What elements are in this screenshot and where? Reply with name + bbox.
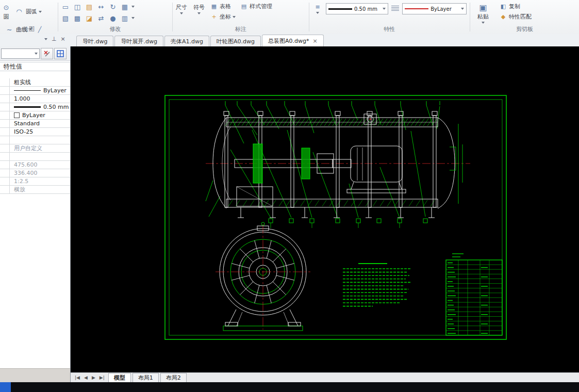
chevron-down-icon (482, 22, 485, 24)
color-select[interactable]: ByLayer (402, 3, 467, 14)
erase-tool-icon[interactable]: ▭ (60, 2, 71, 11)
assembly-side-view (206, 111, 470, 218)
fillet-tool-icon[interactable]: ● (108, 13, 118, 23)
circle-icon: ⊙ (2, 3, 10, 12)
table-tool-button[interactable]: ▦ 表格 (208, 2, 238, 11)
panel-dock-controls: ⊥ × (44, 36, 65, 42)
cad-drawing (71, 46, 579, 372)
match-properties-icon: ◆ (499, 13, 507, 21)
property-row-ratio[interactable]: 1:2.5 (0, 177, 70, 186)
hamburger-icon: ≡ (313, 3, 322, 11)
tab-close-icon[interactable]: × (312, 38, 317, 44)
property-row-lineweight[interactable]: 0.50 mm (0, 103, 70, 111)
circle-tool-button[interactable]: ⊙ 圆 (2, 1, 10, 22)
fill-tool-icon[interactable]: ▩ (72, 13, 82, 23)
property-row-empty (0, 136, 70, 144)
copy-tool-icon[interactable]: ◫ (72, 2, 82, 11)
ribbon-group-draw: ⊙ 圆 ◠ 圆弧 ∼ 曲线 ╱ 绘图 (0, 0, 58, 34)
next-tab-icon[interactable]: ▶ (92, 375, 95, 380)
clipboard-group-label[interactable]: 剪切板 (470, 25, 579, 33)
doc-tab[interactable]: 导叶展开.dwg (114, 36, 163, 46)
start-button[interactable] (0, 382, 11, 392)
color-value: ByLayer (431, 6, 452, 12)
first-tab-icon[interactable]: |◀ (75, 375, 80, 380)
offset-tool-icon[interactable]: ↔ (96, 2, 106, 11)
explode-tool-icon[interactable]: ▥ (120, 13, 130, 23)
chevron-down-icon[interactable] (131, 6, 135, 8)
ribbon-group-modify: ▭ ◫ ▤ ↔ ↻ ▦ ▧ ▩ ◪ ⇄ ● ▥ 修改 (58, 0, 172, 34)
coordinate-tool-button[interactable]: + 坐标 (208, 12, 238, 21)
doc-tab[interactable]: 壳体A1.dwg (164, 36, 209, 46)
match-properties-button[interactable]: ◆ 特性匹配 (497, 12, 534, 21)
modify-group-label[interactable]: 修改 (58, 25, 172, 33)
lineweight-select[interactable]: 0.50 mm (326, 3, 388, 14)
grid-icon (57, 50, 64, 57)
property-row-empty (0, 153, 70, 161)
rotate-tool-icon[interactable]: ↻ (108, 2, 118, 11)
chevron-down-icon (197, 12, 201, 14)
hatch-tool-icon[interactable]: ▧ (60, 13, 71, 23)
color-swatch (14, 112, 20, 118)
doc-tab[interactable]: 导叶.dwg (76, 36, 113, 46)
document-tabs: 导叶.dwg 导叶展开.dwg 壳体A1.dwg 叶轮图A0.dwg 总装图A0… (76, 35, 324, 46)
mirror-tool-icon[interactable]: ▤ (84, 2, 94, 11)
chevron-down-icon[interactable] (131, 17, 135, 19)
ribbon-group-annotate: 尺寸 符号 ▦ 表格 + 坐标 ▤ 样式管理 标注 (173, 0, 309, 34)
ribbon: ⊙ 圆 ◠ 圆弧 ∼ 曲线 ╱ 绘图 ▭ ◫ ▤ ↔ ↻ ▦ (0, 0, 579, 35)
property-section-custom[interactable]: 用户自定义 (0, 144, 70, 153)
stretch-tool-icon[interactable]: ⇄ (96, 13, 106, 23)
array-tool-icon[interactable]: ▦ (120, 2, 130, 11)
trim-tool-icon[interactable]: ◪ (84, 13, 94, 23)
selection-filter-select[interactable] (1, 48, 40, 59)
annotate-group-label[interactable]: 标注 (173, 25, 309, 33)
doc-tab-active[interactable]: 总装图A0.dwg* × (262, 35, 324, 46)
property-row-color[interactable]: ByLayer (0, 87, 70, 95)
property-rows: 粗实线 ByLayer 1.000 0.50 mm ByLayer Standa… (0, 78, 70, 194)
panel-menu-icon[interactable] (44, 38, 47, 40)
model-tab[interactable]: 模型 (108, 373, 131, 383)
paste-button[interactable]: ▣ 粘贴 (474, 1, 492, 25)
arc-tool-button[interactable]: ◠ 圆弧 (12, 7, 44, 17)
style-manager-icon: ▤ (240, 3, 248, 10)
property-row-linetype-name[interactable]: 粗实线 (0, 78, 70, 87)
properties-group-label[interactable]: 特性 (309, 25, 470, 33)
assembly-front-view (216, 222, 310, 331)
quick-select-button[interactable] (41, 48, 53, 59)
layout1-tab[interactable]: 布局1 (133, 373, 159, 383)
properties-panel: 特性值 粗实线 ByLayer 1.000 0.50 mm ByLayer St… (0, 46, 71, 382)
copy-button[interactable]: ◧ 复制 (497, 2, 534, 11)
paste-icon: ▣ (478, 3, 488, 12)
property-row-orientation[interactable]: 横放 (0, 186, 70, 194)
arc-icon: ◠ (14, 7, 24, 17)
lineweight-value: 0.50 mm (354, 6, 377, 12)
symbol-tool-button[interactable]: 符号 (190, 2, 208, 16)
property-row-height[interactable]: 336.400 (0, 169, 70, 177)
property-row-width[interactable]: 475.600 (0, 161, 70, 169)
property-row-layer-color[interactable]: ByLayer (0, 111, 70, 120)
pin-icon[interactable]: ⊥ (52, 36, 57, 42)
chevron-down-icon (461, 8, 464, 10)
draw-group-label[interactable]: 绘图 (0, 25, 58, 33)
document-tabbar: ⊥ × 导叶.dwg 导叶展开.dwg 壳体A1.dwg 叶轮图A0.dwg 总… (0, 34, 579, 46)
ribbon-group-clipboard: ▣ 粘贴 ◧ 复制 ◆ 特性匹配 剪切板 (470, 0, 579, 34)
layout2-tab[interactable]: 布局2 (160, 373, 187, 383)
pencil-x-icon (43, 50, 51, 57)
ribbon-group-properties: ≡ 0.50 mm ByLayer 特性 (309, 0, 470, 34)
copy-icon: ◧ (499, 3, 507, 10)
technical-notes-text (343, 264, 411, 306)
property-grid-button[interactable] (54, 48, 67, 59)
panel-close-icon[interactable]: × (61, 36, 65, 42)
doc-tab[interactable]: 叶轮图A0.dwg (210, 36, 261, 46)
chevron-down-icon (39, 11, 42, 13)
property-row-text-style[interactable]: Standard (0, 120, 70, 128)
coordinate-icon: + (210, 13, 218, 21)
linetype-icon[interactable] (391, 6, 399, 11)
style-manager-button[interactable]: ▤ 样式管理 (238, 2, 274, 11)
property-row-dim-style[interactable]: ISO-25 (0, 128, 70, 136)
prev-tab-icon[interactable]: ◀ (84, 375, 88, 380)
last-tab-icon[interactable]: ▶| (100, 375, 105, 380)
property-row-scale[interactable]: 1.000 (0, 95, 70, 103)
dimension-tool-button[interactable]: 尺寸 (173, 2, 190, 16)
layer-list-button[interactable]: ≡ (312, 3, 323, 14)
drawing-canvas[interactable] (71, 46, 579, 372)
